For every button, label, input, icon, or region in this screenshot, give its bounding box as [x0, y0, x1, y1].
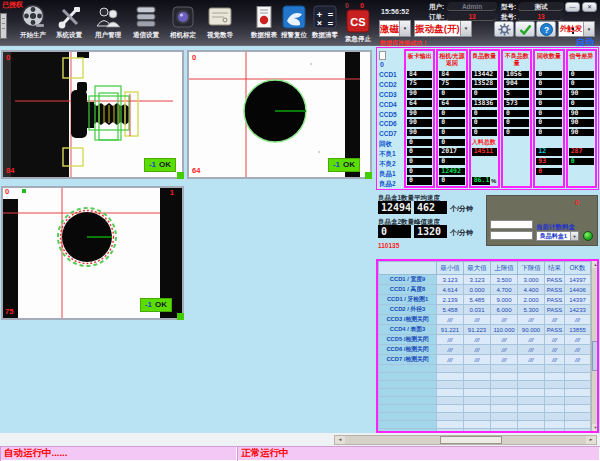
tray-input-2[interactable]	[490, 231, 533, 240]
results-row-label: CCD1 / 牙检测1	[379, 295, 437, 305]
scrollbar-thumb[interactable]	[592, 341, 599, 371]
results-row[interactable]: CCD1 / 牙检测12.1395.4859.0002.000PASS14397	[379, 295, 591, 305]
results-cell: PASS	[545, 325, 565, 335]
user-management-button[interactable]: 用户管理	[88, 4, 128, 40]
results-cell: ///	[437, 335, 464, 345]
peak-speed-unit: 个/分钟	[450, 228, 473, 238]
vibration-combo[interactable]: 振动盘(开) ▼	[414, 20, 472, 37]
results-empty-cell	[565, 389, 591, 397]
stats-value: 0	[569, 80, 594, 88]
camera-3-bottom-left-count: 75	[5, 308, 13, 316]
results-row[interactable]: CCD2 / 外径35.4580.0316.0005.300PASS14233	[379, 305, 591, 315]
chevron-down-icon[interactable]: ▼	[399, 21, 410, 36]
results-row[interactable]: CCD5 /检测关闭//////////////////	[379, 335, 591, 345]
camera-view-1[interactable]: 0 84 -1OK	[1, 50, 184, 179]
results-row[interactable]: CCD4 / 表面391.22191.223110.00090.000PASS1…	[379, 325, 591, 335]
results-empty-cell	[464, 373, 491, 381]
confirm-check-button[interactable]	[515, 21, 535, 37]
camera-view-2[interactable]: 0 64 -1OK	[187, 50, 372, 179]
camera-calibration-button[interactable]: 相机标定	[163, 4, 203, 40]
camera-3-corner-marker	[177, 313, 184, 320]
communication-settings-button[interactable]: 通信设置	[126, 4, 166, 40]
results-empty-cell	[545, 405, 565, 413]
results-empty-cell	[379, 397, 437, 405]
vision-teaching-button[interactable]: 视觉教导	[200, 4, 240, 40]
trigger-mode-combo[interactable]: 外触发 ▼	[558, 21, 595, 37]
stats-cell: 0	[503, 108, 530, 118]
box1-count-value: 12494	[378, 201, 411, 214]
camera-3-top-left-count: 0	[5, 188, 9, 196]
measurement-results-panel: 最小值最大值上限值下限值结果OK数CCD1 / 宽度93.1233.1233.5…	[376, 259, 599, 433]
stats-column-header: 回收数量	[535, 51, 562, 70]
results-cell: ///	[464, 355, 491, 365]
chevron-down-icon[interactable]: ▼	[460, 21, 471, 36]
chevron-down-icon[interactable]: ▼	[570, 232, 578, 240]
results-empty-cell	[437, 413, 464, 421]
results-row[interactable]: CCD6 /检测关闭//////////////////	[379, 345, 591, 355]
scrollbar-thumb[interactable]	[440, 436, 502, 444]
table-horizontal-scrollbar[interactable]: ◄ ►	[334, 435, 597, 445]
stats-value: 90	[569, 90, 594, 98]
scroll-down-icon[interactable]: ▼	[592, 424, 599, 431]
model-value-field: 测试	[517, 2, 565, 11]
scroll-up-icon[interactable]: ▲	[592, 261, 599, 268]
stats-cell: 90	[568, 128, 595, 138]
magnet-combo[interactable]: 激磁 ▼	[379, 20, 411, 37]
question-icon: ?	[540, 23, 553, 36]
tray-input-1[interactable]	[490, 220, 533, 229]
system-settings-button[interactable]: 系统设置	[49, 4, 89, 40]
stats-value: 90	[407, 119, 432, 127]
stats-row-label: 不良1	[378, 149, 403, 159]
stats-cell	[503, 137, 530, 147]
stats-cell: 0	[438, 89, 465, 99]
stats-cell: 90	[568, 118, 595, 128]
table-vertical-scrollbar[interactable]: ▲ ▼	[591, 261, 597, 431]
stats-cell	[568, 167, 595, 177]
stats-cell: 0	[535, 118, 562, 128]
stats-value: 0	[536, 168, 561, 176]
stats-value: 0	[439, 158, 464, 166]
results-empty-cell	[545, 413, 565, 421]
stats-value: 90	[407, 129, 432, 137]
results-header-cell: 结果	[545, 262, 565, 275]
stats-cell: 84	[438, 70, 465, 80]
results-cell: ///	[518, 345, 545, 355]
help-button[interactable]: ?	[536, 21, 556, 37]
results-cell: 91.221	[437, 325, 464, 335]
stats-value: 0	[439, 119, 464, 127]
side-mini-panel[interactable]	[0, 13, 7, 39]
results-cell: ///	[437, 355, 464, 365]
stats-cell: 0	[406, 137, 433, 147]
minimize-button[interactable]: —	[565, 2, 580, 12]
results-row[interactable]: CCD7 /检测关闭//////////////////	[379, 355, 591, 365]
results-empty-cell	[379, 381, 437, 389]
scroll-left-icon[interactable]: ◄	[335, 436, 345, 444]
stats-cell: 1056	[503, 70, 530, 80]
scroll-right-icon[interactable]: ►	[586, 436, 596, 444]
results-empty-row	[379, 405, 591, 413]
emergency-stop-button[interactable]: CS 紧急停止	[338, 8, 378, 44]
stats-cell: 0	[438, 118, 465, 128]
results-empty-cell	[379, 413, 437, 421]
results-empty-cell	[518, 397, 545, 405]
svg-text:× =: × =	[317, 18, 334, 28]
results-row[interactable]: CCD1 / 宽度93.1233.1233.5003.000PASS14397	[379, 275, 591, 285]
results-cell: 91.223	[464, 325, 491, 335]
stats-cell: 573	[503, 99, 530, 109]
results-row[interactable]: CCD3 /检测关闭//////////////////	[379, 315, 591, 325]
camera-view-3[interactable]: 0 1 75 -1OK	[1, 186, 184, 320]
status-left: 自动运行中......	[0, 446, 237, 461]
close-button[interactable]: ✕	[582, 2, 597, 12]
tray-select-combo[interactable]: 良品料盒1 ▼	[536, 231, 579, 241]
results-row[interactable]: CCD1 / 高度84.6140.0004.7004.400PASS14406	[379, 285, 591, 295]
stats-value: 0	[504, 119, 529, 127]
settings-gear-button[interactable]	[494, 21, 514, 37]
stats-column: 板卡输出8475906490909000000	[404, 49, 435, 188]
results-cell: 110.000	[491, 325, 518, 335]
results-empty-cell	[491, 397, 518, 405]
stats-value: 84	[407, 71, 432, 79]
batch-value-field: 13	[517, 12, 565, 21]
results-empty-cell	[491, 413, 518, 421]
stats-cell: 13528	[471, 79, 498, 89]
chevron-down-icon[interactable]: ▼	[583, 22, 594, 36]
